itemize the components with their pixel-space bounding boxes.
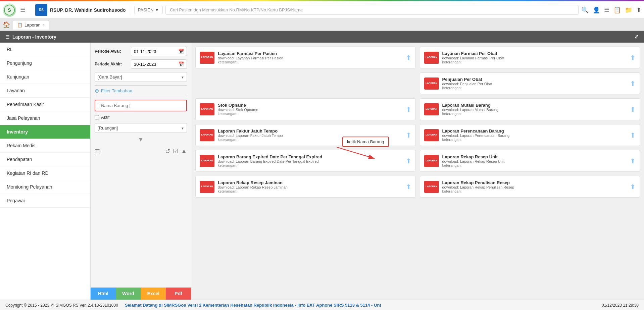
pasien-selector[interactable]: PASIEN ▼ bbox=[134, 6, 163, 14]
sidebar-item-kegiatan-ri-rd[interactable]: Kegiatan RI dan RD bbox=[0, 166, 90, 180]
svg-text:RS: RS bbox=[39, 8, 44, 12]
reset-icon[interactable]: ↺ bbox=[165, 148, 170, 155]
section-menu-icon: ☰ bbox=[5, 34, 10, 40]
home-tab-icon[interactable]: 🏠 bbox=[3, 21, 10, 29]
add-user-icon[interactable]: 👤 bbox=[593, 6, 600, 14]
tab-icon: 📋 bbox=[17, 22, 22, 28]
search-bar[interactable]: Cari Pasien dgn Memasukkan No.RM/No.KTP/… bbox=[165, 5, 579, 15]
report-info-0: Layanan Farmasi Per Pasien download: Lay… bbox=[218, 51, 283, 64]
sidebar-item-inventory[interactable]: Inventory bbox=[0, 125, 90, 139]
datetime-text: 01/12/2023 11:29:30 bbox=[602, 303, 639, 308]
search-placeholder: Cari Pasien dgn Memasukkan No.RM/No.KTP/… bbox=[170, 7, 303, 12]
pdf-button[interactable]: Pdf bbox=[166, 288, 191, 300]
list-action-icon[interactable]: ☰ bbox=[95, 148, 100, 155]
download-icon-4[interactable]: ⬆ bbox=[630, 105, 636, 113]
sidebar-item-pegawai[interactable]: Pegawai bbox=[0, 194, 90, 208]
periode-awal-value: 01-11-2023 bbox=[134, 49, 156, 54]
periode-awal-input[interactable]: 01-11-2023 📅 bbox=[131, 47, 187, 56]
topbar: S ☰ RS RSUP. DR. Wahidin Sudirohusodo PA… bbox=[0, 1, 644, 19]
list-icon[interactable]: ☰ bbox=[604, 6, 609, 14]
sidebar-item-pengunjung[interactable]: Pengunjung bbox=[0, 56, 90, 70]
report-card-4[interactable]: LAPORAN Laporan Mutasi Barang download: … bbox=[420, 98, 640, 120]
tab-label: Laporan bbox=[24, 22, 41, 28]
download-icon-6[interactable]: ⬆ bbox=[630, 131, 636, 139]
topbar-icons: 🔍 👤 ☰ 📋 📁 ⬆ bbox=[581, 6, 641, 14]
download-icon-10[interactable]: ⬆ bbox=[630, 183, 636, 191]
check-icon[interactable]: ☑ bbox=[173, 148, 178, 155]
plus-icon: ⊕ bbox=[95, 88, 99, 94]
menu-icon[interactable]: ☰ bbox=[19, 6, 27, 14]
sidebar-item-kunjungan[interactable]: Kunjungan bbox=[0, 70, 90, 84]
hospital-name: RSUP. DR. Wahidin Sudirohusodo bbox=[50, 7, 126, 13]
download-icon-1[interactable]: ⬆ bbox=[630, 54, 636, 62]
laporan-tab[interactable]: 📋 Laporan × bbox=[13, 20, 49, 30]
download-icon-3[interactable]: ⬆ bbox=[406, 105, 411, 113]
periode-akhir-row: Periode Akhir: 30-11-2023 📅 bbox=[95, 59, 187, 69]
download-icon-7[interactable]: ⬆ bbox=[406, 157, 411, 165]
report-icon-2: LAPORAN bbox=[424, 78, 439, 90]
search-icon[interactable]: 🔍 bbox=[581, 6, 589, 14]
sidebar-item-layanan[interactable]: Layanan bbox=[0, 84, 90, 98]
scroll-indicator: ▼ bbox=[95, 136, 187, 143]
word-button[interactable]: Word bbox=[116, 288, 141, 300]
sidebar-item-penerimaan-kasir[interactable]: Penerimaan Kasir bbox=[0, 98, 90, 111]
sidebar-item-monitoring-pelayanan[interactable]: Monitoring Pelayanan bbox=[0, 180, 90, 194]
report-card-3[interactable]: LAPORAN Stok Opname download: Stok Opnam… bbox=[195, 98, 416, 120]
aktif-checkbox[interactable] bbox=[95, 115, 99, 119]
statusbar: Copyright © 2015 - 2023 @ SIMGOS RS Ver.… bbox=[0, 300, 644, 310]
report-info-9: Laporan Rekap Resep Jaminan download: La… bbox=[218, 180, 288, 193]
pasien-label: PASIEN bbox=[138, 7, 154, 12]
sidebar-item-pendapatan[interactable]: Pendapatan bbox=[0, 153, 90, 166]
filter-tambahan[interactable]: ⊕ Filter Tambahan bbox=[95, 85, 187, 96]
section-header: ☰ Laporan - Inventory ⤢ bbox=[0, 31, 644, 43]
report-info-5: Laporan Faktur Jatuh Tempo download: Lap… bbox=[218, 128, 283, 142]
ruangan-select[interactable]: [Ruangan] bbox=[95, 123, 187, 133]
report-card-0[interactable]: LAPORAN Layanan Farmasi Per Pasien downl… bbox=[195, 47, 416, 68]
ruangan-wrapper[interactable]: [Ruangan] bbox=[95, 123, 187, 133]
report-card-left-6: LAPORAN Laporan Perencanaan Barang downl… bbox=[424, 128, 510, 142]
html-button[interactable]: Html bbox=[91, 288, 116, 300]
tab-close-button[interactable]: × bbox=[43, 23, 45, 27]
report-icon-10: LAPORAN bbox=[424, 181, 439, 193]
report-card-1[interactable]: LAPORAN Layanan Farmasi Per Obat downloa… bbox=[420, 47, 640, 68]
sidebar-item-rekam-medis[interactable]: Rekam Medis bbox=[0, 139, 90, 153]
tabbar: 🏠 📋 Laporan × bbox=[0, 19, 644, 31]
report-info-3: Stok Opname download: Stok Opname ketera… bbox=[218, 103, 258, 116]
report-card-7[interactable]: LAPORAN Laporan Barang Expired Date Per … bbox=[195, 150, 416, 172]
periode-akhir-input[interactable]: 30-11-2023 📅 bbox=[131, 59, 187, 69]
sidebar-item-rl[interactable]: RL bbox=[0, 43, 90, 56]
main-layout: RL Pengunjung Kunjungan Layanan Penerima… bbox=[0, 43, 644, 300]
hospital-logo: RS bbox=[35, 4, 47, 16]
up-icon[interactable]: ▲ bbox=[181, 148, 187, 155]
report-icon-0: LAPORAN bbox=[200, 52, 214, 64]
download-icon-0[interactable]: ⬆ bbox=[406, 54, 411, 62]
report-card-10[interactable]: LAPORAN Laporan Rekap Penulisan Resep do… bbox=[420, 176, 640, 198]
report-card-left-10: LAPORAN Laporan Rekap Penulisan Resep do… bbox=[424, 180, 514, 193]
cara-bayar-select[interactable]: [Cara Bayar] bbox=[95, 72, 187, 82]
report-card-9[interactable]: LAPORAN Laporan Rekap Resep Jaminan down… bbox=[195, 176, 416, 198]
document-icon[interactable]: 📋 bbox=[613, 6, 621, 14]
periode-akhir-label: Periode Akhir: bbox=[95, 62, 128, 66]
report-card-2[interactable]: LAPORAN Penjualan Per Obat download: Pen… bbox=[420, 72, 640, 94]
report-card-left-7: LAPORAN Laporan Barang Expired Date Per … bbox=[200, 154, 322, 167]
folder-icon[interactable]: 📁 bbox=[625, 6, 632, 14]
report-card-6[interactable]: LAPORAN Laporan Perencanaan Barang downl… bbox=[420, 124, 640, 146]
sidebar-item-jasa-pelayanan[interactable]: Jasa Pelayanan bbox=[0, 111, 90, 125]
download-icon-8[interactable]: ⬆ bbox=[630, 157, 636, 165]
content-area: LAPORAN Layanan Farmasi Per Pasien downl… bbox=[191, 43, 644, 202]
report-card-left-5: LAPORAN Laporan Faktur Jatuh Tempo downl… bbox=[200, 128, 283, 142]
report-card-left-3: LAPORAN Stok Opname download: Stok Opnam… bbox=[200, 103, 258, 116]
logout-icon[interactable]: ⬆ bbox=[636, 6, 641, 14]
section-header-left: ☰ Laporan - Inventory bbox=[5, 34, 56, 40]
excel-button[interactable]: Excel bbox=[141, 288, 166, 300]
download-icon-5[interactable]: ⬆ bbox=[406, 131, 411, 139]
section-expand-icon[interactable]: ⤢ bbox=[634, 34, 639, 40]
nama-barang-input[interactable] bbox=[95, 100, 187, 111]
filter-tambahan-label: Filter Tambahan bbox=[101, 88, 132, 93]
download-icon-2[interactable]: ⬆ bbox=[630, 80, 636, 88]
app-logo: S bbox=[3, 3, 16, 17]
report-card-5[interactable]: LAPORAN Laporan Faktur Jatuh Tempo downl… bbox=[195, 124, 416, 146]
report-card-8[interactable]: LAPORAN Laporan Rekap Resep Unit downloa… bbox=[420, 150, 640, 172]
cara-bayar-wrapper[interactable]: [Cara Bayar] bbox=[95, 72, 187, 82]
download-icon-9[interactable]: ⬆ bbox=[406, 183, 411, 191]
